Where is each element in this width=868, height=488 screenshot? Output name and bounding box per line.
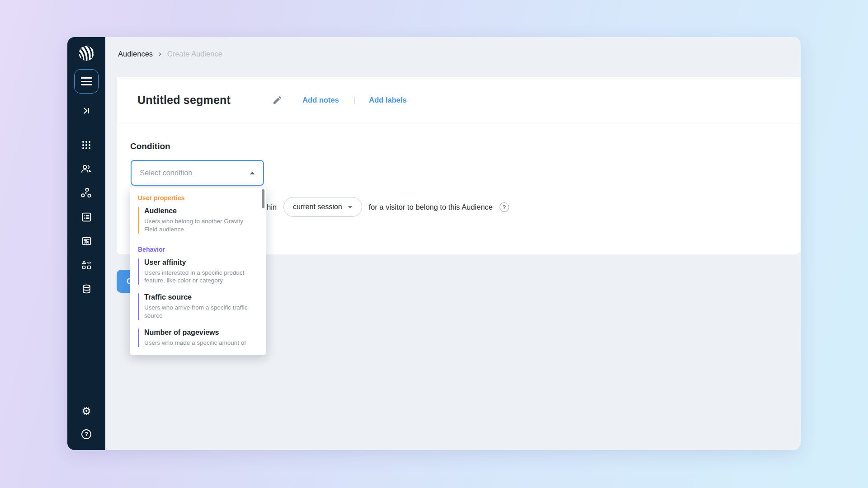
chevron-down-icon (348, 206, 353, 209)
sidebar: API <> ⚙ (67, 37, 105, 450)
dropdown-scrollbar[interactable] (262, 189, 264, 208)
condition-dropdown-menu: User properties Audience Users who belon… (130, 188, 266, 355)
item-description: Users interested in a specific product f… (144, 269, 257, 285)
settings-gear-icon[interactable]: ⚙ (81, 406, 91, 417)
sentence-after: for a visitor to belong to this Audience (369, 203, 493, 211)
item-accent-bar (138, 207, 139, 234)
header-divider: | (354, 96, 355, 105)
users-audiences-icon[interactable] (80, 163, 92, 175)
condition-heading: Condition (130, 141, 170, 151)
api-icon-label: API (84, 241, 89, 244)
segment-title: Untitled segment (137, 94, 231, 107)
sidebar-nav: API <> (80, 139, 92, 295)
item-accent-bar (138, 328, 139, 347)
add-labels-button[interactable]: Add labels (369, 96, 406, 104)
dropdown-item-user-affinity[interactable]: User affinity Users interested in a spec… (138, 258, 266, 285)
hamburger-icon (81, 77, 92, 85)
edit-title-icon[interactable] (272, 95, 283, 105)
sidebar-bottom: ⚙ ? (80, 406, 92, 440)
brand-logo-icon[interactable] (78, 45, 95, 62)
session-select[interactable]: current session (283, 197, 362, 217)
condition-select-placeholder: Select condition (140, 169, 250, 177)
list-form-icon[interactable] (80, 211, 92, 223)
api-icon[interactable]: API (80, 235, 92, 247)
breadcrumb: Audiences › Create Audience (118, 49, 222, 58)
breadcrumb-separator-icon: › (159, 49, 161, 58)
item-description: Users who arrive from a specific traffic… (144, 304, 257, 320)
connections-nodes-icon[interactable] (80, 187, 92, 199)
apps-grid-icon[interactable] (80, 139, 92, 151)
help-icon[interactable]: ? (80, 428, 92, 440)
item-description: Users who belong to another Gravity Fiel… (144, 217, 257, 234)
main-panel: Audiences › Create Audience Untitled seg… (105, 37, 801, 450)
item-title: Audience (144, 207, 257, 215)
item-accent-bar (138, 293, 139, 320)
sentence-help-icon[interactable]: ? (500, 202, 509, 212)
dropdown-item-audience[interactable]: Audience Users who belong to another Gra… (138, 207, 266, 234)
breadcrumb-create-audience: Create Audience (167, 50, 222, 58)
item-description: Users who made a specific amount of (144, 339, 257, 347)
breadcrumb-audiences[interactable]: Audiences (118, 50, 153, 58)
app-window: API <> ⚙ (67, 37, 801, 450)
add-notes-button[interactable]: Add notes (302, 96, 339, 104)
condition-select[interactable]: Select condition (131, 160, 264, 186)
sentence-help-glyph: ? (502, 204, 506, 211)
dropdown-item-traffic-source[interactable]: Traffic source Users who arrive from a s… (138, 293, 266, 320)
dropdown-section-behavior: Behavior (138, 246, 266, 253)
sidebar-expand-icon[interactable] (81, 106, 91, 116)
help-glyph: ? (85, 431, 88, 437)
dropdown-item-number-of-pageviews[interactable]: Number of pageviews Users who made a spe… (138, 328, 266, 347)
menu-hamburger-button[interactable] (74, 69, 99, 94)
item-accent-bar (138, 258, 139, 285)
segment-header-card: Untitled segment Add notes | Add labels (117, 77, 801, 123)
condition-sentence: hin current session for a visitor to bel… (267, 197, 509, 217)
item-title: Traffic source (144, 293, 257, 301)
experiments-shapes-icon[interactable]: <> (80, 259, 92, 271)
chevron-up-icon (250, 171, 255, 175)
sentence-fragment: hin (267, 203, 277, 211)
code-glyph: <> (87, 261, 91, 265)
database-icon[interactable] (80, 283, 92, 295)
dropdown-section-user-properties: User properties (138, 194, 266, 202)
item-title: User affinity (144, 258, 257, 267)
item-title: Number of pageviews (144, 328, 257, 337)
session-select-value: current session (293, 203, 342, 211)
